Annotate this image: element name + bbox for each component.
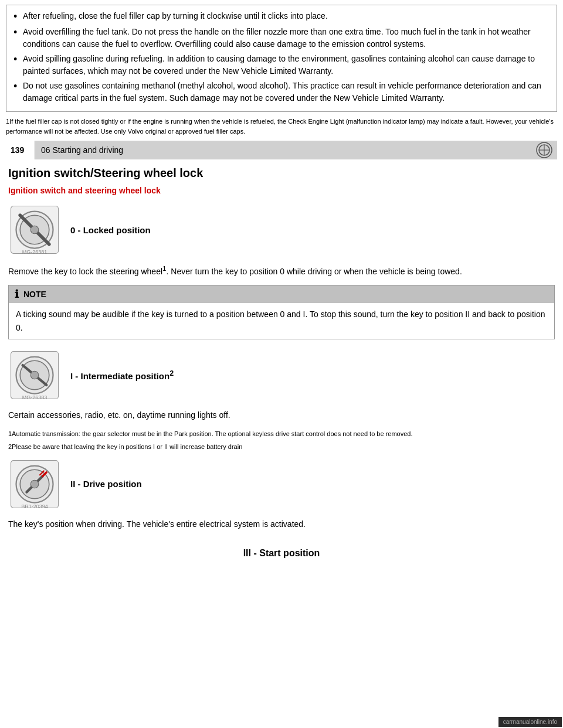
note-icon: ℹ <box>15 288 19 301</box>
svg-point-8 <box>30 226 39 234</box>
position-I-description: Certain accessories, radio, etc. on, day… <box>8 409 555 421</box>
position-II-icon: BR1-20394 <box>8 458 61 511</box>
position-0-description: Remove the key to lock the steering whee… <box>8 263 555 278</box>
footnote-1: 1Automatic transmission: the gear select… <box>8 429 555 439</box>
position-0-icon: MG-26381 <box>8 203 61 256</box>
bullet-1: • After refueling, close the fuel filler… <box>13 10 550 23</box>
position-II-description: The key's position when driving. The veh… <box>8 518 555 530</box>
bullet-text-2: Avoid overfilling the fuel tank. Do not … <box>23 26 550 50</box>
note-header: ℹ NOTE <box>9 285 554 303</box>
position-0-label: 0 - Locked position <box>70 225 151 235</box>
bullet-2: • Avoid overfilling the fuel tank. Do no… <box>13 26 550 50</box>
bullet-dot-2: • <box>13 26 23 39</box>
bullet-text-3: Avoid spilling gasoline during refueling… <box>23 53 550 77</box>
note-box: ℹ NOTE A ticking sound may be audible if… <box>8 285 555 339</box>
watermark: carmanualonline.info <box>498 717 562 727</box>
svg-point-14 <box>30 371 39 379</box>
position-II-label: II - Drive position <box>70 479 142 489</box>
bullet-dot-4: • <box>13 80 23 93</box>
position-II-row: BR1-20394 II - Drive position <box>8 458 555 511</box>
bullet-3: • Avoid spilling gasoline during refueli… <box>13 53 550 77</box>
red-subtitle: Ignition switch and steering wheel lock <box>8 186 555 195</box>
position-0-row: MG-26381 0 - Locked position <box>8 203 555 256</box>
bullet-text-1: After refueling, close the fuel filler c… <box>23 10 328 22</box>
svg-text:MG-26383: MG-26383 <box>22 394 48 400</box>
page-number: 139 <box>6 141 35 159</box>
page-container: • After refueling, close the fuel filler… <box>0 5 563 564</box>
section-title: Ignition switch/Steering wheel lock <box>8 166 555 180</box>
footnote-top: 1If the fuel filler cap is not closed ti… <box>6 117 557 136</box>
footnote-2: 2Please be aware that leaving the key in… <box>8 442 555 452</box>
bullet-dot: • <box>13 10 23 23</box>
main-content: Ignition switch/Steering wheel lock Igni… <box>0 166 563 564</box>
position-I-icon: MG-26383 <box>8 349 61 402</box>
position-I-label: I - Intermediate position2 <box>70 369 174 381</box>
warning-box: • After refueling, close the fuel filler… <box>6 5 557 112</box>
bullet-text-4: Do not use gasolines containing methanol… <box>23 80 550 104</box>
position-0-svg: MG-26381 <box>8 203 61 256</box>
chapter-title: 06 Starting and driving <box>35 145 536 155</box>
note-content: A ticking sound may be audible if the ke… <box>9 303 554 339</box>
note-title: NOTE <box>23 290 46 299</box>
svg-point-22 <box>30 480 39 488</box>
position-III-label: III - Start position <box>8 548 555 559</box>
position-III-container: III - Start position <box>8 542 555 564</box>
position-II-svg: BR1-20394 <box>8 458 61 511</box>
position-I-svg: MG-26383 <box>8 349 61 402</box>
svg-text:MG-26381: MG-26381 <box>22 249 48 255</box>
volvo-icon <box>536 142 552 158</box>
svg-text:BR1-20394: BR1-20394 <box>21 503 48 509</box>
bullet-4: • Do not use gasolines containing methan… <box>13 80 550 104</box>
bullet-dot-3: • <box>13 53 23 66</box>
position-I-row: MG-26383 I - Intermediate position2 <box>8 349 555 402</box>
page-header: 139 06 Starting and driving <box>6 141 557 159</box>
